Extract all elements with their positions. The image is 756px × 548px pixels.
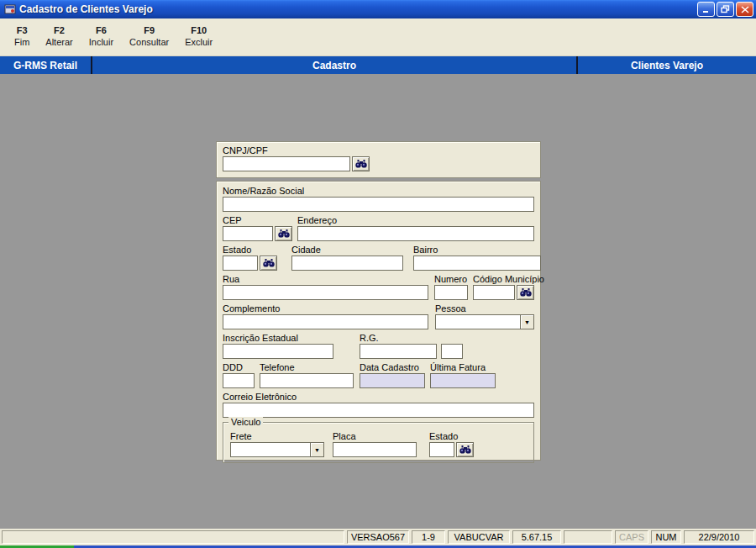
chevron-down-icon[interactable]: ▼ <box>310 443 323 456</box>
close-icon <box>741 6 749 13</box>
estado-veiculo-label: Estado <box>429 431 474 441</box>
endereco-input[interactable] <box>297 226 534 241</box>
correio-label: Correio Eletrônico <box>223 392 534 402</box>
pessoa-label: Pessoa <box>435 303 534 314</box>
minimize-button[interactable] <box>697 2 715 17</box>
codigo-municipio-lookup-button[interactable] <box>517 285 534 300</box>
numero-label: Numero <box>434 274 468 284</box>
pessoa-dropdown[interactable]: ▼ <box>435 314 534 329</box>
ultima-fatura-label: Última Fatura <box>430 362 496 372</box>
chevron-down-icon[interactable]: ▼ <box>520 315 533 329</box>
toolbar-button-alterar[interactable]: F2 Alterar <box>39 24 78 49</box>
frete-dropdown[interactable]: ▼ <box>230 442 324 457</box>
fkey-label: F10 <box>191 24 207 36</box>
action-label: Consultar <box>129 36 169 48</box>
ddd-label: DDD <box>223 362 255 372</box>
status-date: 22/9/2010 <box>684 530 754 544</box>
rg-digit-input[interactable] <box>441 344 463 359</box>
frete-dropdown-value <box>231 443 310 456</box>
function-key-toolbar: F3 Fim F2 Alterar F6 Incluir F9 Consulta… <box>0 18 756 56</box>
binoculars-icon <box>520 288 532 297</box>
data-cadastro-input <box>360 373 425 388</box>
veiculo-legend: Veiculo <box>228 417 263 427</box>
numero-input[interactable] <box>434 285 468 300</box>
restore-button[interactable] <box>717 2 734 17</box>
estado-veiculo-input[interactable] <box>429 442 454 457</box>
module-header: G-RMS Retail Cadastro Clientes Varejo <box>0 56 756 74</box>
action-label: Incluir <box>89 36 113 48</box>
status-version-number: 5.67.15 <box>512 530 561 544</box>
endereco-label: Endereço <box>297 215 534 225</box>
toolbar-button-excluir[interactable]: F10 Excluir <box>179 24 218 49</box>
cep-lookup-button[interactable] <box>275 226 292 241</box>
telefone-label: Telefone <box>260 362 354 372</box>
titlebar: Cadastro de Clientes Varejo <box>0 0 756 18</box>
correio-input[interactable] <box>223 403 534 418</box>
app-window: Cadastro de Clientes Varejo F3 Fim F2 Al… <box>0 0 756 548</box>
header-screen-name: Clientes Varejo <box>578 56 756 74</box>
window-controls <box>697 2 753 17</box>
complemento-input[interactable] <box>223 314 428 329</box>
toolbar-button-incluir[interactable]: F6 Incluir <box>83 24 119 49</box>
data-cadastro-label: Data Cadastro <box>360 362 425 372</box>
complemento-label: Complemento <box>223 303 428 314</box>
toolbar-button-consultar[interactable]: F9 Consultar <box>123 24 175 49</box>
binoculars-icon <box>263 259 275 267</box>
cidade-label: Cidade <box>291 245 403 255</box>
cep-label: CEP <box>223 215 292 225</box>
inscricao-estadual-label: Inscrição Estadual <box>223 333 333 343</box>
action-label: Excluir <box>185 36 213 48</box>
binoculars-icon <box>278 229 290 238</box>
header-product-name: G-RMS Retail <box>0 56 91 74</box>
cidade-input[interactable] <box>291 256 403 271</box>
status-record-indicator: 1-9 <box>412 530 445 544</box>
codigo-municipio-input[interactable] <box>473 285 515 300</box>
binoculars-icon <box>459 445 471 454</box>
cep-input[interactable] <box>223 226 273 241</box>
status-caps-indicator: CAPS <box>615 530 648 544</box>
frete-label: Frete <box>230 431 324 441</box>
rg-input[interactable] <box>360 344 437 359</box>
status-message-area <box>2 530 344 544</box>
customer-data-panel: Nome/Razão Social CEP Endereço <box>216 181 541 461</box>
telefone-input[interactable] <box>260 373 354 388</box>
workspace: CNPJ/CPF Nome/Razão Social CEP <box>0 74 756 529</box>
estado-label: Estado <box>223 245 277 255</box>
status-blank-cell <box>564 530 612 544</box>
status-versao: VERSAO567 <box>347 530 409 544</box>
rua-label: Rua <box>223 274 428 284</box>
estado-input[interactable] <box>223 256 258 271</box>
status-user: VABUCVAR <box>448 530 510 544</box>
veiculo-groupbox: Veiculo Frete ▼ Placa Estado <box>223 422 534 463</box>
cnpj-lookup-button[interactable] <box>352 156 370 171</box>
cnpj-input[interactable] <box>223 156 350 171</box>
cnpj-label: CNPJ/CPF <box>223 145 534 155</box>
status-num-indicator: NUM <box>651 530 681 544</box>
inscricao-estadual-input[interactable] <box>223 344 333 359</box>
bairro-label: Bairro <box>413 245 541 255</box>
action-label: Fim <box>14 36 29 48</box>
statusbar: VERSAO567 1-9 VABUCVAR 5.67.15 CAPS NUM … <box>0 529 756 545</box>
binoculars-icon <box>355 160 367 168</box>
fkey-label: F3 <box>17 24 28 36</box>
estado-lookup-button[interactable] <box>260 256 277 271</box>
estado-veiculo-lookup-button[interactable] <box>456 442 474 457</box>
app-icon[interactable] <box>3 3 16 16</box>
cnpj-panel: CNPJ/CPF <box>216 141 541 178</box>
bairro-input[interactable] <box>413 256 541 271</box>
minimize-icon <box>702 6 711 13</box>
window-title: Cadastro de Clientes Varejo <box>19 3 697 15</box>
nome-label: Nome/Razão Social <box>223 186 534 196</box>
rg-label: R.G. <box>360 333 463 343</box>
fkey-label: F9 <box>144 24 155 36</box>
action-label: Alterar <box>45 36 72 48</box>
nome-input[interactable] <box>223 197 534 212</box>
placa-input[interactable] <box>333 442 417 457</box>
fkey-label: F6 <box>96 24 107 36</box>
ddd-input[interactable] <box>223 373 255 388</box>
rua-input[interactable] <box>223 285 428 300</box>
header-module-name: Cadastro <box>92 56 576 74</box>
placa-label: Placa <box>333 431 417 441</box>
toolbar-button-fim[interactable]: F3 Fim <box>8 24 35 49</box>
close-button[interactable] <box>736 2 753 17</box>
